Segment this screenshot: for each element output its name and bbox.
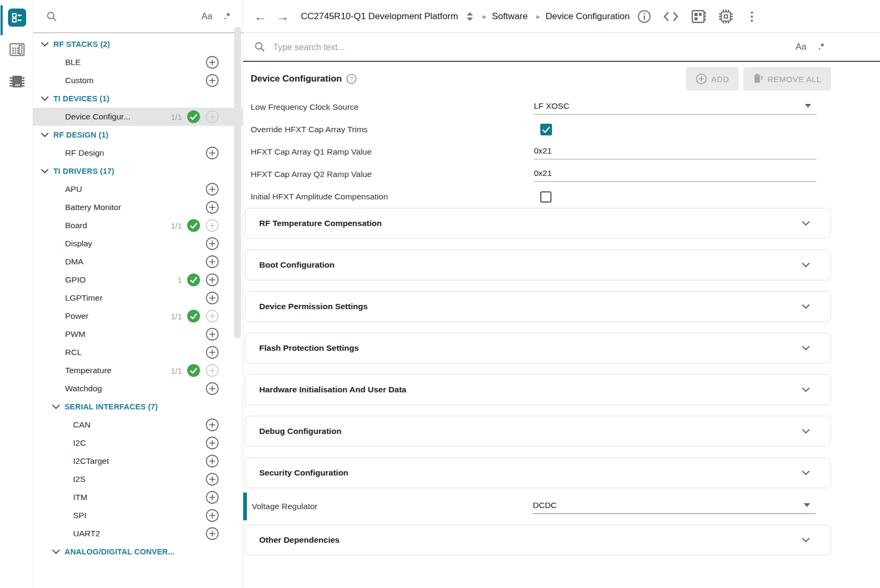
breadcrumb-software[interactable]: Software <box>492 11 527 22</box>
tree-label: I2S <box>73 474 85 484</box>
tree-category-serial-interfaces-7[interactable]: SERIAL INTERFACES (7) <box>33 398 243 416</box>
modified-indicator-bar <box>243 493 247 520</box>
add-instance-icon[interactable] <box>205 327 219 341</box>
add-instance-icon[interactable] <box>205 527 219 541</box>
tree-category-ti-devices-1[interactable]: TI DEVICES (1) <box>33 90 243 108</box>
section-flash-protection-settings[interactable]: Flash Protection Settings <box>245 333 831 364</box>
hfxt-cap-array-q1-ramp-value-input[interactable]: 0x21 <box>534 145 817 159</box>
info-icon[interactable] <box>637 10 651 23</box>
tree-item-display[interactable]: Display <box>33 235 243 253</box>
tree-item-rcl[interactable]: RCL <box>33 343 243 361</box>
tree-item-i2ctarget[interactable]: I2CTarget <box>33 452 243 470</box>
tree-category-analog-digital-conver[interactable]: ANALOG/DIGITAL CONVER... <box>33 543 243 561</box>
tree-item-i2c[interactable]: I2C <box>33 434 243 452</box>
add-instance-icon[interactable] <box>205 146 219 160</box>
add-instance-icon[interactable] <box>205 382 219 396</box>
tree-item-temperature[interactable]: Temperature1/1 <box>33 361 243 380</box>
add-instance-icon[interactable] <box>205 436 219 450</box>
section-rf-temperature-compensation[interactable]: RF Temperature Compensation <box>245 208 831 239</box>
add-instance-icon[interactable] <box>205 273 219 287</box>
tree-item-ble[interactable]: BLE <box>33 53 243 71</box>
tree-item-device-configur[interactable]: Device Configur...1/1 <box>33 108 243 126</box>
match-case-icon[interactable]: Aa <box>202 11 213 22</box>
section-boot-configuration[interactable]: Boot Configuration <box>245 249 831 280</box>
code-icon[interactable] <box>663 11 679 22</box>
add-instance-icon[interactable] <box>205 291 219 305</box>
kebab-menu-icon[interactable]: ⋮ <box>746 10 758 23</box>
add-instance-icon[interactable] <box>205 509 219 522</box>
config-view-icon[interactable] <box>8 9 26 27</box>
tree-item-custom[interactable]: Custom <box>33 71 243 90</box>
initial-hfxt-amplitude-compensation-checkbox[interactable] <box>540 191 551 203</box>
tree-scrollbar-thumb[interactable] <box>234 27 241 339</box>
tree-item-power[interactable]: Power1/1 <box>33 307 243 325</box>
back-arrow-icon[interactable]: ← <box>254 10 267 23</box>
tree-item-can[interactable]: CAN <box>33 416 243 434</box>
tree-item-gpio[interactable]: GPIO1 <box>33 271 243 289</box>
chevron-down-icon <box>41 132 49 138</box>
tree-label: I2C <box>73 438 86 448</box>
hfxt-cap-array-q2-ramp-value-input[interactable]: 0x21 <box>534 167 817 182</box>
regex-icon[interactable]: .* <box>818 42 824 52</box>
tree-item-itm[interactable]: ITM <box>33 488 243 506</box>
tree-item-spi[interactable]: SPI <box>33 506 243 525</box>
breadcrumb-separator-icon: ▸ <box>483 12 487 21</box>
tree-item-rf-design[interactable]: RF Design <box>33 144 243 162</box>
device-chip-icon[interactable] <box>718 9 733 24</box>
section-security-configuration[interactable]: Security Configuration <box>245 457 831 488</box>
tree-item-board[interactable]: Board1/1 <box>33 216 243 235</box>
unfold-icon[interactable] <box>466 12 474 21</box>
plus-circle-icon <box>205 255 219 269</box>
plus-circle-icon <box>205 219 219 232</box>
low-frequency-clock-source-select[interactable]: LF XOSC <box>534 100 817 115</box>
tree-item-dma[interactable]: DMA <box>33 253 243 271</box>
voltage-regulator-select[interactable]: DCDC <box>533 500 815 514</box>
tree-item-i2s[interactable]: I2S <box>33 470 243 488</box>
add-instance-icon[interactable] <box>205 490 219 504</box>
match-case-icon[interactable]: Aa <box>796 42 807 52</box>
add-instance-icon[interactable] <box>205 74 219 87</box>
tree-item-battery-monitor[interactable]: Battery Monitor <box>33 198 243 216</box>
tree-item-lgptimer[interactable]: LGPTimer <box>33 289 243 307</box>
form-row-low-frequency-clock-source: Low Frequency Clock SourceLF XOSC <box>243 96 880 118</box>
tree-category-ti-drivers-17[interactable]: TI DRIVERS (17) <box>33 162 243 180</box>
add-instance-icon[interactable] <box>205 345 219 359</box>
tree-category-rf-stacks-2[interactable]: RF STACKS (2) <box>33 35 243 53</box>
section-hardware-initialisation-and-user-data[interactable]: Hardware Initialisation And User Data <box>245 374 831 405</box>
section-device-permission-settings[interactable]: Device Permission Settings <box>245 291 831 322</box>
remove-all-button[interactable]: REMOVE ALL <box>743 67 831 91</box>
forward-arrow-icon[interactable]: → <box>276 10 289 23</box>
add-instance-icon[interactable] <box>205 182 219 196</box>
device-view-icon[interactable] <box>8 73 26 91</box>
regex-icon[interactable]: .* <box>224 12 230 21</box>
add-instance-icon[interactable] <box>205 418 219 432</box>
add-instance-icon[interactable] <box>205 472 219 486</box>
config-search-input[interactable] <box>273 42 796 52</box>
tree-search-input[interactable] <box>58 12 202 21</box>
add-instance-icon[interactable] <box>205 454 219 468</box>
form-row-override-hfxt-cap-array-trims: Override HFXT Cap Array Trims <box>243 118 880 141</box>
tree-item-uart2[interactable]: UART2 <box>33 525 243 543</box>
form-list-icon <box>11 12 23 23</box>
plus-circle-icon <box>205 454 219 468</box>
help-icon[interactable]: ? <box>346 74 357 84</box>
tree-category-rf-design-1[interactable]: RF DESIGN (1) <box>33 126 243 144</box>
add-instance-icon[interactable] <box>205 55 219 69</box>
chevron-down-icon <box>802 262 810 268</box>
section-other-dependencies[interactable]: Other Dependencies <box>245 525 831 555</box>
board-panel-icon[interactable] <box>691 10 707 23</box>
override-hfxt-cap-array-trims-checkbox[interactable] <box>540 124 552 135</box>
tree-item-apu[interactable]: APU <box>33 180 243 198</box>
tree-label: UART2 <box>73 529 100 538</box>
tree-item-pwm[interactable]: PWM <box>33 325 243 343</box>
add-button[interactable]: ADD <box>686 67 738 91</box>
section-debug-configuration[interactable]: Debug Configuration <box>245 416 831 447</box>
add-instance-icon[interactable] <box>205 200 219 214</box>
section-title: Boot Configuration <box>259 260 802 270</box>
board-view-icon[interactable] <box>8 41 26 59</box>
add-instance-icon[interactable] <box>205 255 219 269</box>
platform-title[interactable]: CC2745R10-Q1 Development Platform <box>301 11 458 22</box>
add-instance-icon[interactable] <box>205 237 219 251</box>
form-row-initial-hfxt-amplitude-compensation: Initial HFXT Amplitude Compensation <box>243 186 880 208</box>
tree-item-watchdog[interactable]: Watchdog <box>33 380 243 398</box>
